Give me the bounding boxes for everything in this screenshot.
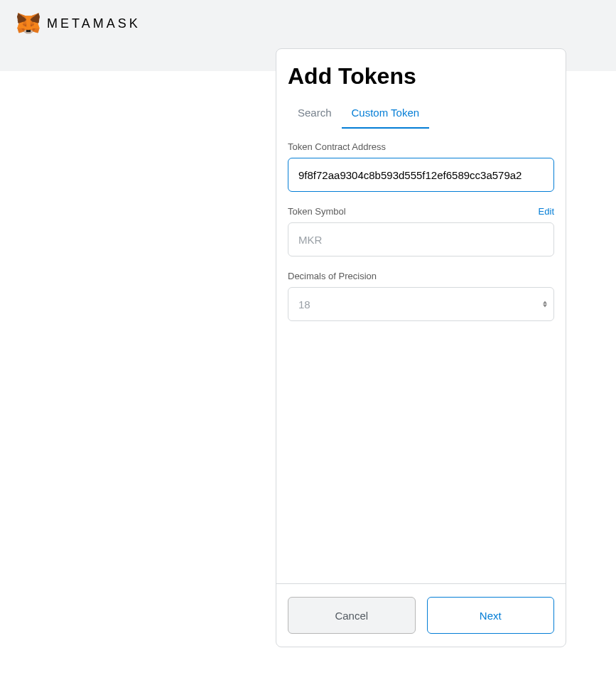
- contract-address-label: Token Contract Address: [288, 141, 386, 152]
- metamask-fox-icon: [17, 13, 40, 34]
- modal-title: Add Tokens: [276, 49, 566, 98]
- contract-address-field: Token Contract Address: [288, 141, 554, 192]
- next-button[interactable]: Next: [427, 597, 555, 634]
- add-tokens-modal: Add Tokens Search Custom Token Token Con…: [276, 48, 566, 647]
- contract-address-input[interactable]: [288, 158, 554, 192]
- decimals-label: Decimals of Precision: [288, 271, 377, 281]
- tab-custom-token[interactable]: Custom Token: [342, 98, 430, 129]
- logo: METAMASK: [17, 13, 141, 34]
- tab-search[interactable]: Search: [288, 98, 342, 129]
- stepper-down-icon[interactable]: [543, 305, 547, 308]
- tabs: Search Custom Token: [276, 98, 566, 129]
- decimals-field: Decimals of Precision: [288, 271, 554, 321]
- token-symbol-label: Token Symbol: [288, 206, 346, 217]
- token-symbol-input[interactable]: [288, 222, 554, 256]
- modal-footer: Cancel Next: [276, 583, 566, 647]
- decimals-stepper[interactable]: [543, 301, 547, 308]
- form: Token Contract Address Token Symbol Edit…: [276, 129, 566, 583]
- brand-name: METAMASK: [47, 16, 141, 31]
- stepper-up-icon[interactable]: [543, 301, 547, 304]
- token-symbol-field: Token Symbol Edit: [288, 206, 554, 256]
- edit-symbol-link[interactable]: Edit: [539, 206, 554, 217]
- cancel-button[interactable]: Cancel: [288, 597, 416, 634]
- decimals-input[interactable]: [288, 287, 554, 321]
